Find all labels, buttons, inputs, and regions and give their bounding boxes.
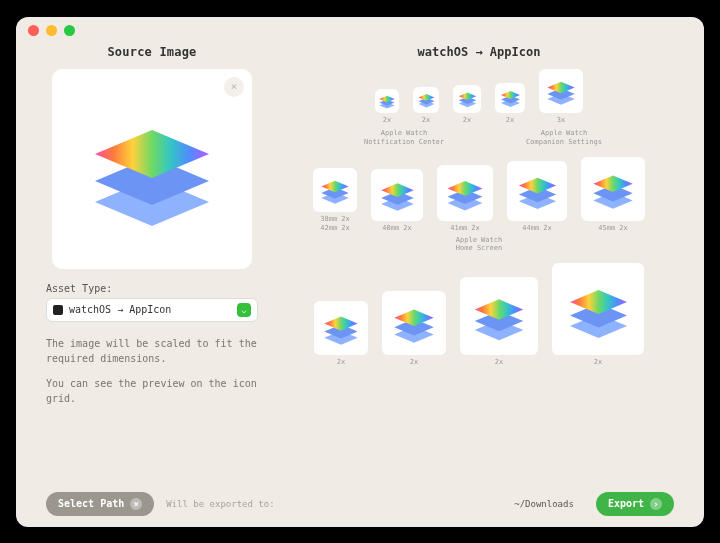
hint-line-1: The image will be scaled to fit the requ… (46, 336, 258, 366)
icon-size-label: 2x (383, 116, 391, 125)
select-path-button[interactable]: Select Path × (46, 492, 154, 516)
source-title: Source Image (46, 45, 258, 59)
asset-type-row: Asset Type: watchOS → AppIcon ⌵ (46, 283, 258, 322)
window-minimize-button[interactable] (46, 25, 57, 36)
svg-marker-29 (518, 178, 555, 194)
icon-tile (539, 69, 583, 113)
icon-grid: 2x 2x 2x 2x 3x Apple Watch Notification … (284, 69, 674, 481)
clear-source-button[interactable]: × (224, 77, 244, 97)
icon-tile (460, 277, 538, 355)
icon-size-label: 41mm 2x (450, 224, 480, 233)
icon-size-label: 40mm 2x (382, 224, 412, 233)
svg-marker-44 (570, 290, 627, 314)
icon-tile (437, 165, 493, 221)
icon-tile (314, 301, 368, 355)
watch-icon (53, 305, 63, 315)
icon-size-label: 2x (422, 116, 430, 125)
icon-cell: 45mm 2x (581, 157, 645, 233)
footer: Select Path × Will be exported to: ~/Dow… (16, 481, 704, 527)
arrow-right-icon: › (650, 498, 662, 510)
grid-group-2: 38mm 2x 42mm 2x 40mm 2x 41mm 2x 44mm 2x … (284, 157, 674, 253)
icon-cell: 2x (460, 277, 538, 367)
source-image-well[interactable]: × (52, 69, 252, 269)
icon-size-label: 2x (594, 358, 602, 367)
icon-size-label: 38mm 2x 42mm 2x (320, 215, 350, 233)
icon-tile (552, 263, 644, 355)
svg-marker-2 (95, 130, 209, 178)
icon-tile (375, 89, 399, 113)
asset-type-value: watchOS → AppIcon (69, 304, 171, 315)
icon-size-label: 2x (506, 116, 514, 125)
chevron-down-icon: ⌵ (237, 303, 251, 317)
icon-cell: 38mm 2x 42mm 2x (313, 168, 357, 233)
icon-tile (313, 168, 357, 212)
icon-cell: 41mm 2x (437, 165, 493, 233)
svg-marker-17 (547, 81, 574, 93)
left-column: Source Image × (46, 45, 258, 481)
icon-tile (581, 157, 645, 221)
icon-cell: 2x (453, 85, 481, 125)
export-label: Export (608, 498, 644, 509)
group-caption: Apple Watch Home Screen (284, 236, 674, 254)
icon-cell: 44mm 2x (507, 161, 567, 233)
svg-marker-41 (475, 299, 524, 319)
icon-tile (453, 85, 481, 113)
app-window: Source Image × (16, 17, 704, 527)
asset-type-label: Asset Type: (46, 283, 258, 294)
right-column: watchOS → AppIcon 2x 2x 2x 2x 3x Apple W… (284, 45, 674, 481)
svg-marker-14 (501, 91, 520, 99)
svg-marker-20 (321, 181, 348, 193)
icon-tile (495, 83, 525, 113)
icon-size-label: 2x (337, 358, 345, 367)
content: Source Image × (16, 45, 704, 481)
icon-size-label: 2x (495, 358, 503, 367)
svg-marker-35 (324, 317, 357, 331)
window-close-button[interactable] (28, 25, 39, 36)
icon-size-label: 45mm 2x (598, 224, 628, 233)
group-caption: Apple Watch Companion Settings (504, 129, 624, 147)
select-path-label: Select Path (58, 498, 124, 509)
icon-tile (371, 169, 423, 221)
icon-cell: 2x (413, 87, 439, 125)
hint-line-2: You can see the preview on the icon grid… (46, 376, 258, 406)
icon-size-label: 2x (410, 358, 418, 367)
titlebar (16, 17, 704, 45)
window-zoom-button[interactable] (64, 25, 75, 36)
icon-tile (382, 291, 446, 355)
grid-title: watchOS → AppIcon (284, 45, 674, 59)
svg-marker-32 (593, 175, 633, 192)
grid-group-3: 2x 2x 2x 2x (284, 263, 674, 367)
icon-cell: 2x (314, 301, 368, 367)
icon-cell: 2x (375, 89, 399, 125)
svg-marker-23 (381, 184, 414, 198)
icon-tile (507, 161, 567, 221)
source-stack-icon (77, 94, 227, 244)
asset-type-select[interactable]: watchOS → AppIcon ⌵ (46, 298, 258, 322)
svg-marker-11 (458, 93, 475, 100)
svg-marker-38 (394, 309, 434, 326)
close-icon: × (231, 80, 238, 93)
grid-group-1: 2x 2x 2x 2x 3x Apple Watch Notification … (284, 69, 674, 147)
export-path: ~/Downloads (514, 499, 574, 509)
icon-size-label: 2x (463, 116, 471, 125)
svg-marker-26 (448, 181, 483, 196)
group-caption: Apple Watch Notification Center (334, 129, 474, 147)
icon-size-label: 3x (557, 116, 565, 125)
export-button[interactable]: Export › (596, 492, 674, 516)
folder-icon: × (130, 498, 142, 510)
icon-cell: 2x (382, 291, 446, 367)
svg-marker-5 (379, 95, 394, 101)
icon-tile (413, 87, 439, 113)
icon-cell: 2x (552, 263, 644, 367)
icon-cell: 2x (495, 83, 525, 125)
icon-cell: 3x (539, 69, 583, 125)
svg-marker-8 (418, 94, 434, 101)
icon-size-label: 44mm 2x (522, 224, 552, 233)
icon-cell: 40mm 2x (371, 169, 423, 233)
export-hint: Will be exported to: (166, 499, 502, 509)
